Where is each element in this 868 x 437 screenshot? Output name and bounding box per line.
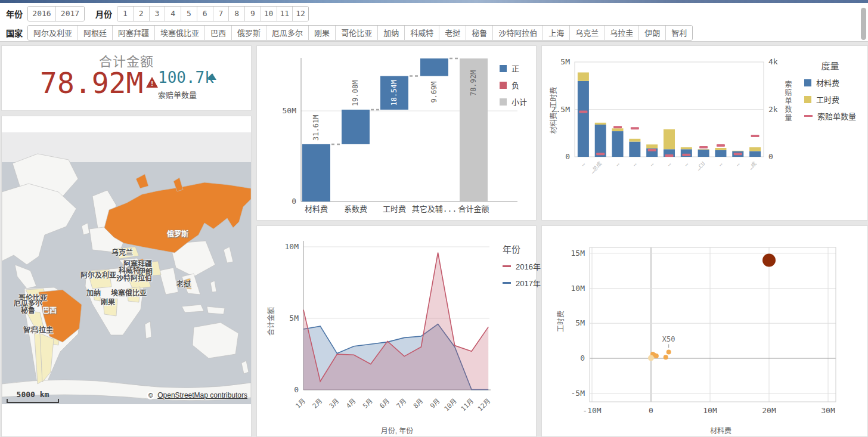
legend-item[interactable]: 工时费	[804, 94, 856, 105]
svg-text:10月: 10月	[443, 397, 458, 413]
country-filter-button[interactable]: 伊朗	[639, 26, 666, 40]
country-filter-button[interactable]: 智利	[666, 26, 692, 40]
combo-claims-tick[interactable]	[631, 127, 639, 129]
combo-bar-labor[interactable]	[698, 149, 709, 150]
combo-claims-tick[interactable]	[648, 149, 656, 151]
scatter-point[interactable]	[664, 355, 668, 359]
scatter-point[interactable]	[654, 354, 659, 358]
country-filter-button[interactable]: 秘鲁	[466, 26, 493, 40]
combo-bar-material[interactable]	[595, 125, 606, 157]
dash-swatch-icon	[503, 282, 511, 284]
waterfall-bar[interactable]	[302, 144, 330, 202]
map-panel: 俄罗斯乌克兰阿塞拜疆科威特伊朗沙特阿拉伯阿尔及利亚老挝加纳埃塞俄比亚刚果哥伦比亚…	[1, 116, 252, 437]
month-filter-button[interactable]: 5	[181, 7, 197, 21]
combo-bar-labor[interactable]	[612, 128, 624, 131]
scatter-point[interactable]	[762, 254, 776, 267]
month-filter-button[interactable]: 11	[277, 7, 293, 21]
month-filter-button[interactable]: 1	[117, 7, 134, 21]
month-filter-button[interactable]: 6	[197, 7, 213, 21]
scatter-point[interactable]	[666, 349, 671, 354]
waterfall-bar[interactable]	[420, 58, 448, 76]
country-filter-button[interactable]: 上海	[543, 26, 570, 40]
month-filter-button[interactable]: 10	[261, 7, 277, 21]
waterfall-chart[interactable]: 050M31.61M19.08M18.54M9.69M78.92M材料费系数费工…	[257, 46, 536, 220]
month-filter-button[interactable]: 12	[293, 7, 308, 21]
legend-item[interactable]: 负	[500, 79, 527, 91]
country-filter-button[interactable]: 沙特阿拉伯	[493, 26, 543, 40]
osm-attribution-link[interactable]: OpenStreetMap contributors	[157, 391, 247, 399]
combo-bar-material[interactable]	[629, 142, 640, 157]
country-filter-button[interactable]: 乌拉圭	[604, 26, 639, 40]
combo-bar-material[interactable]	[612, 131, 624, 157]
month-filter-button[interactable]: 7	[213, 7, 230, 21]
combo-bar-labor[interactable]	[646, 144, 658, 148]
month-filter-button[interactable]: 3	[150, 7, 166, 21]
country-filter-button[interactable]: 俄罗斯	[232, 26, 266, 40]
legend-item[interactable]: 索赔单数量	[804, 110, 856, 122]
svg-text:11月: 11月	[460, 397, 475, 413]
combo-claims-tick[interactable]	[596, 153, 604, 155]
world-map[interactable]: 俄罗斯乌克兰阿塞拜疆科威特伊朗沙特阿拉伯阿尔及利亚老挝加纳埃塞俄比亚刚果哥伦比亚…	[2, 132, 251, 404]
combo-bar-labor[interactable]	[732, 151, 743, 151]
svg-text:30M: 30M	[821, 406, 835, 415]
month-filter-button[interactable]: 2	[134, 7, 150, 21]
country-filter-button[interactable]: 乌克兰	[570, 26, 604, 40]
country-filter-button[interactable]: 老挝	[439, 26, 466, 40]
combo-claims-tick[interactable]	[734, 153, 742, 155]
area-series-fill[interactable]	[303, 253, 488, 390]
combo-claims-tick[interactable]	[682, 154, 690, 156]
legend-item[interactable]: 2016年	[503, 261, 541, 272]
scatter-chart[interactable]: -10M010M20M30M-5M05M10M15MX50	[542, 226, 867, 436]
legend-item[interactable]: 正	[500, 63, 527, 74]
combo-claims-tick[interactable]	[699, 146, 708, 148]
legend-item-label: 工时费	[816, 94, 839, 105]
combo-bar-labor[interactable]	[715, 148, 726, 150]
country-filter-button[interactable]: 阿塞拜疆	[113, 26, 155, 40]
combo-bar-material[interactable]	[698, 150, 709, 157]
combo-bar-material[interactable]	[578, 81, 589, 157]
svg-text:-10M: -10M	[582, 406, 601, 415]
month-filter-button[interactable]: 8	[229, 7, 245, 21]
combo-bar-labor[interactable]	[595, 123, 606, 125]
combo-bar-material[interactable]	[749, 151, 761, 157]
legend-item[interactable]: 小计	[500, 96, 527, 107]
country-filter-button[interactable]: 加纳	[378, 26, 405, 40]
country-filter-button[interactable]: 巴西	[205, 26, 232, 40]
svg-text:2k: 2k	[768, 105, 778, 114]
combo-bar-material[interactable]	[715, 150, 726, 157]
combo-bar-labor[interactable]	[578, 72, 589, 80]
country-filter-button[interactable]: 埃塞俄比亚	[155, 26, 205, 40]
combo-bar-labor[interactable]	[664, 129, 675, 149]
country-filter-button[interactable]: 哥伦比亚	[336, 26, 378, 40]
country-filter-button[interactable]: 厄瓜多尔	[266, 26, 309, 40]
svg-text:其它及辅...: 其它及辅...	[412, 204, 457, 213]
svg-text:12月: 12月	[476, 397, 492, 413]
waterfall-bar[interactable]	[342, 110, 370, 144]
month-filter-button[interactable]: 9	[245, 7, 261, 21]
month-filter-button[interactable]: 4	[165, 7, 181, 21]
area-chart[interactable]: 05M10M1月2月3月4月5月6月7月8月9月10月11月12月	[257, 226, 536, 436]
year-filter-button[interactable]: 2016	[28, 7, 56, 21]
kpi-main-value: 78.92M	[40, 66, 143, 100]
country-filter-button[interactable]: 科威特	[405, 26, 439, 40]
country-filter-button[interactable]: 刚果	[309, 26, 336, 40]
scatter-point[interactable]	[648, 355, 654, 361]
combo-claims-tick[interactable]	[751, 135, 760, 137]
combo-bar-labor[interactable]	[681, 147, 692, 149]
country-filter-button[interactable]: 阿尔及利亚	[28, 26, 78, 40]
svg-text:…: …	[683, 160, 689, 167]
combo-claims-tick[interactable]	[579, 110, 587, 113]
combo-claims-tick[interactable]	[717, 144, 725, 147]
combo-claims-tick[interactable]	[613, 126, 622, 128]
legend-item[interactable]: 材料费	[804, 77, 856, 88]
year-filter-button[interactable]: 2017	[56, 7, 84, 21]
svg-text:合计金额: 合计金额	[458, 204, 489, 213]
combo-claims-tick[interactable]	[665, 154, 674, 157]
filterbar-scrollbar[interactable]	[861, 8, 866, 40]
combo-bar-labor[interactable]	[629, 139, 640, 142]
combo-bar-labor[interactable]	[749, 147, 761, 151]
legend-item[interactable]: 2017年	[503, 277, 541, 289]
country-filter-button[interactable]: 阿根廷	[78, 26, 113, 40]
legend-item-label: 材料费	[816, 77, 839, 88]
waterfall-chart-panel: 050M31.61M19.08M18.54M9.69M78.92M材料费系数费工…	[256, 45, 537, 221]
